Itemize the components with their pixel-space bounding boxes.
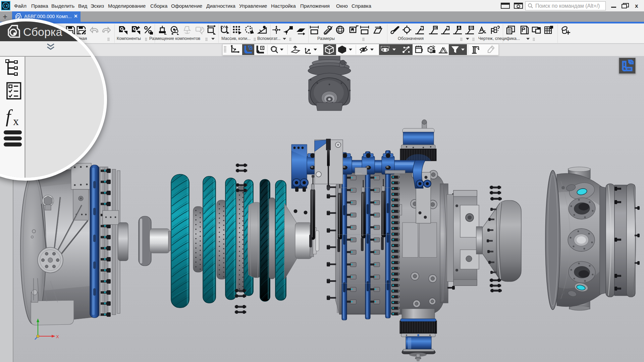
- svg-text:X: X: [56, 334, 59, 339]
- svg-text:Сборка: Сборка: [23, 25, 62, 38]
- svg-text:x: x: [13, 115, 19, 127]
